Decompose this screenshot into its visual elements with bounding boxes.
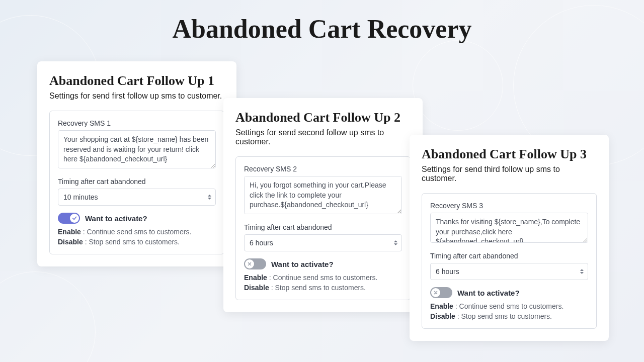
timing-select[interactable]: 10 minutes	[58, 189, 216, 206]
card-subtitle: Settings for send first follow up sms to…	[49, 92, 224, 101]
check-icon	[72, 216, 77, 221]
sms-label: Recovery SMS 2	[244, 165, 402, 173]
activate-label: Want to activate?	[85, 214, 147, 223]
x-icon	[247, 261, 252, 266]
timing-label: Timing after cart abandoned	[58, 177, 216, 186]
recovery-sms-textarea[interactable]	[244, 176, 402, 214]
activate-label: Want to activate?	[271, 260, 334, 268]
sms-label: Recovery SMS 3	[430, 202, 588, 210]
sms-label: Recovery SMS 1	[58, 119, 216, 127]
card-subtitle: Settings for send third follow up sms to…	[422, 165, 597, 183]
activate-label: Want to activate?	[457, 289, 520, 297]
card-title: Abandoned Cart Follow Up 2	[235, 110, 411, 125]
timing-select[interactable]: 6 hours	[430, 263, 588, 280]
form-box: Recovery SMS 3 Timing after cart abandon…	[422, 193, 597, 329]
form-box: Recovery SMS 2 Timing after cart abandon…	[235, 156, 411, 300]
recovery-sms-textarea[interactable]	[58, 130, 216, 168]
disable-status: Disable : Stop send sms to customers.	[58, 238, 216, 246]
enable-status: Enable : Continue send sms to customers.	[244, 274, 402, 282]
activate-toggle[interactable]	[430, 287, 452, 298]
form-box: Recovery SMS 1 Timing after cart abandon…	[49, 111, 224, 254]
enable-status: Enable : Continue send sms to customers.	[58, 228, 216, 236]
x-icon	[433, 290, 438, 295]
card-title: Abandoned Cart Follow Up 3	[422, 147, 597, 162]
recovery-sms-textarea[interactable]	[430, 213, 588, 243]
card-subtitle: Settings for send second follow up sms t…	[235, 128, 411, 146]
disable-status: Disable : Stop send sms to customers.	[430, 312, 588, 320]
enable-status: Enable : Continue send sms to customers.	[430, 302, 588, 310]
followup-card-1: Abandoned Cart Follow Up 1 Settings for …	[37, 61, 236, 266]
followup-card-3: Abandoned Cart Follow Up 3 Settings for …	[410, 135, 609, 341]
timing-label: Timing after cart abandoned	[244, 223, 402, 231]
activate-toggle[interactable]	[58, 213, 80, 224]
disable-status: Disable : Stop send sms to customers.	[244, 284, 402, 292]
timing-select[interactable]: 6 hours	[244, 234, 402, 251]
followup-card-2: Abandoned Cart Follow Up 2 Settings for …	[223, 98, 423, 312]
timing-label: Timing after cart abandoned	[430, 252, 588, 260]
activate-toggle[interactable]	[244, 258, 266, 269]
card-title: Abandoned Cart Follow Up 1	[49, 73, 224, 88]
